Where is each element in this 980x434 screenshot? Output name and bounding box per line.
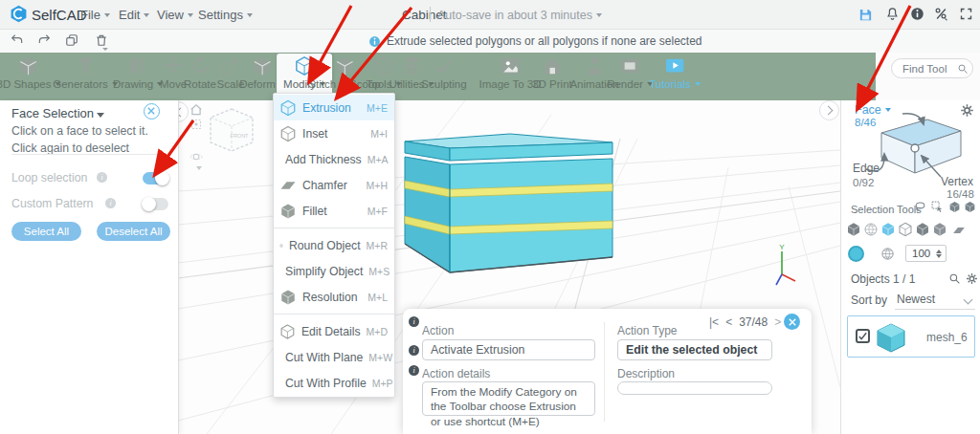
menu-item-resolution[interactable]: ResolutionM+L: [274, 284, 394, 310]
orbit-icon[interactable]: [189, 150, 203, 163]
close-tutorial-button[interactable]: [784, 314, 800, 330]
menu-edit[interactable]: Edit: [119, 8, 149, 22]
stepper-arrows-icon[interactable]: [936, 250, 946, 258]
menu-file[interactable]: File: [80, 8, 110, 22]
rect-select-icon[interactable]: [931, 201, 944, 213]
action-details-field[interactable]: From the Modify Category on the Toolbar …: [422, 381, 595, 416]
menu-item-round-object[interactable]: Round ObjectM+R: [274, 232, 394, 258]
fit-view-icon[interactable]: [190, 119, 202, 130]
object-list-item-mesh6[interactable]: mesh_6: [847, 315, 975, 358]
menu-item-extrusion[interactable]: ExtrusionM+E: [274, 95, 394, 120]
dotted-cube-mode-icon[interactable]: [863, 222, 879, 237]
resolution-icon: [279, 289, 297, 306]
menu-item-cut-with-profile[interactable]: Cut With ProfileM+P: [274, 370, 394, 396]
custom-pattern-toggle[interactable]: [143, 198, 168, 210]
select-all-button[interactable]: Select All: [11, 222, 81, 241]
dark-cube-mode-icon[interactable]: [932, 222, 947, 237]
close-panel-button[interactable]: [144, 103, 160, 119]
custom-pattern-info-icon[interactable]: i: [105, 198, 116, 208]
extrusion-cube-icon: [279, 99, 297, 117]
shortcuts-percent-icon[interactable]: [934, 7, 948, 21]
toolbar-item-sculpting[interactable]: Sculpting: [421, 55, 466, 90]
menu-item-add-thickness[interactable]: Add ThicknessM+A: [274, 146, 394, 172]
plane-mode-icon[interactable]: [951, 224, 967, 237]
menu-settings[interactable]: Settings: [198, 8, 253, 22]
info-dot-icon[interactable]: i: [409, 345, 419, 356]
mesh-sphere-icon[interactable]: [880, 247, 895, 261]
cube-add-select-icon[interactable]: [948, 201, 961, 213]
sort-dropdown[interactable]: Newest: [895, 290, 975, 310]
modify-dropdown-menu: ExtrusionM+E InsetM+I Add ThicknessM+A C…: [273, 93, 395, 398]
resolution-stepper[interactable]: 100: [905, 245, 947, 262]
face-cube-mode-icon[interactable]: [915, 222, 930, 237]
menu-item-fillet[interactable]: FilletM+F: [274, 198, 394, 224]
sculpt-check-icon: [434, 55, 455, 76]
loop-selection-info-icon[interactable]: i: [97, 172, 107, 183]
material-color-swatch[interactable]: [848, 246, 864, 262]
first-step-button[interactable]: |<: [709, 315, 719, 329]
toolbar-item-tutorials[interactable]: Tutorials: [649, 55, 701, 90]
deselect-all-button[interactable]: Deselect All: [97, 222, 170, 241]
prev-step-button[interactable]: <: [725, 315, 732, 329]
check-icon: [858, 331, 868, 341]
selfcad-logo-icon: [10, 5, 28, 23]
action-type-field[interactable]: Edit the selected object: [617, 339, 772, 360]
menu-view[interactable]: View: [157, 8, 193, 22]
vertex-mode-label[interactable]: Vertex: [941, 175, 973, 188]
toolbar-item-rotate[interactable]: Rotate: [184, 55, 216, 90]
objects-search-icon[interactable]: [948, 272, 961, 285]
toolbar-item-move[interactable]: Move: [160, 55, 187, 90]
copy-icon[interactable]: [65, 33, 78, 47]
toolbar-item-generators[interactable]: Generators: [53, 55, 118, 90]
solid-cube-mode-icon[interactable]: [846, 222, 861, 237]
info-circle-icon: [368, 35, 381, 48]
menu-item-chamfer[interactable]: ChamferM+H: [274, 172, 394, 198]
info-dot-icon[interactable]: i: [409, 316, 419, 327]
move-arrows-icon: [163, 55, 184, 76]
objects-gear-icon[interactable]: [966, 272, 978, 285]
face-selection-panel: Face Selection Click on a face to select…: [0, 100, 179, 434]
toolbar-item-drawing[interactable]: Drawing: [113, 55, 163, 90]
delete-icon[interactable]: [95, 33, 108, 47]
mesh-object-box[interactable]: [400, 127, 618, 282]
undo-icon[interactable]: [11, 33, 24, 47]
find-tool-search[interactable]: Find Tool: [891, 58, 973, 78]
fullscreen-icon[interactable]: [959, 7, 973, 21]
action-type-label: Action Type: [617, 324, 677, 337]
navigation-cube[interactable]: FRONT: [205, 106, 258, 156]
view-options-caret[interactable]: [196, 166, 202, 170]
panel-collapse-caret[interactable]: [97, 113, 104, 118]
action-details-label: Action details: [422, 367, 490, 380]
cube-subtract-select-icon[interactable]: [964, 201, 976, 213]
close-icon: [789, 318, 796, 326]
action-field[interactable]: Activate Extrusion: [422, 339, 595, 360]
collapse-right-panel-button[interactable]: [819, 100, 839, 120]
next-step-button[interactable]: >: [774, 315, 781, 329]
lasso-select-icon[interactable]: [914, 201, 926, 213]
description-field[interactable]: [617, 381, 772, 395]
stitch-cube-icon: [334, 55, 355, 76]
menu-item-simplify-object[interactable]: Simplify ObjectM+S: [274, 258, 394, 284]
menu-item-inset[interactable]: InsetM+I: [274, 120, 394, 146]
toolbar-item-render[interactable]: Render: [607, 55, 653, 90]
edge-mode-label[interactable]: Edge: [853, 162, 880, 175]
toolbar-item-3d-print[interactable]: 3D Print: [532, 55, 572, 90]
wire-cube-mode-icon[interactable]: [898, 222, 913, 237]
delete-options-caret[interactable]: [102, 48, 108, 51]
menu-item-edit-details[interactable]: Edit DetailsM+D: [274, 318, 394, 344]
info-icon[interactable]: [910, 7, 924, 21]
mirror-icon: [127, 55, 148, 76]
autosave-status[interactable]: Auto-save in about 3 minutes: [437, 9, 602, 22]
active-blue-cube-mode-icon[interactable]: [880, 222, 896, 237]
save-icon[interactable]: [858, 8, 873, 22]
axis-gizmo: Y: [764, 242, 806, 290]
info-dot-icon[interactable]: i: [409, 365, 419, 376]
toolbar-item-3d-shapes[interactable]: 3D Shapes: [0, 55, 60, 90]
object-visibility-checkbox[interactable]: [856, 329, 870, 343]
redo-icon[interactable]: [37, 33, 51, 47]
search-icon[interactable]: [957, 63, 969, 75]
notifications-bell-icon[interactable]: [885, 7, 900, 21]
loop-selection-toggle[interactable]: [143, 172, 168, 184]
home-icon[interactable]: [189, 103, 203, 117]
menu-item-cut-with-plane[interactable]: Cut With PlaneM+W: [274, 344, 394, 370]
